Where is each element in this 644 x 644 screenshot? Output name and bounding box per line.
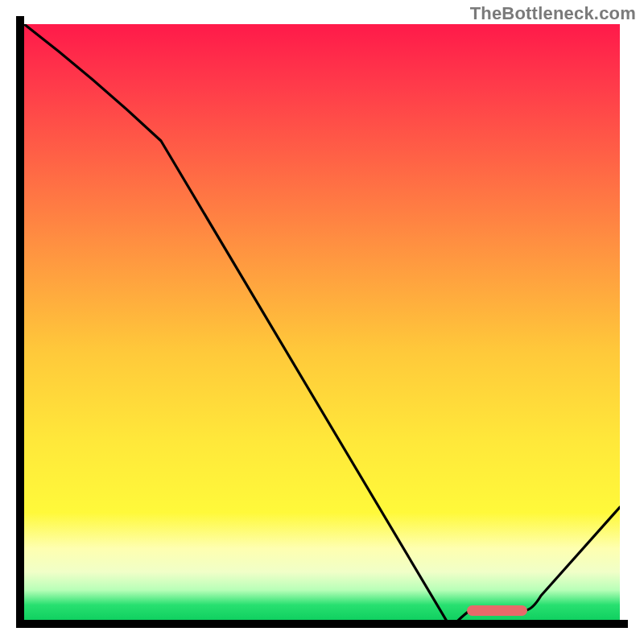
watermark-text: TheBottleneck.com [470,3,636,24]
x-axis [16,620,628,628]
optimal-range-marker [467,605,527,616]
bottleneck-chart: TheBottleneck.com [0,0,644,644]
gradient-plot-area [24,24,620,620]
y-axis [16,16,24,628]
